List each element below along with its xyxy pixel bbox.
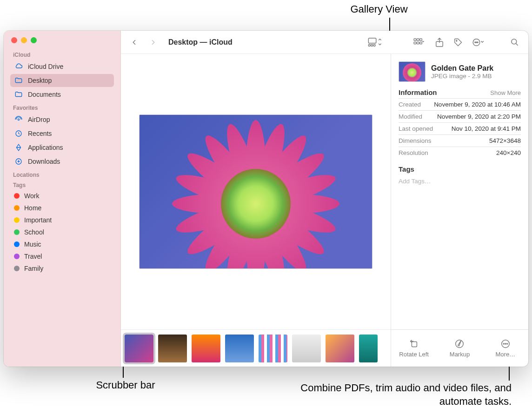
svg-point-16 xyxy=(475,42,476,43)
info-key: Created xyxy=(399,101,421,108)
sidebar-section-tags: Tags xyxy=(13,182,114,188)
sidebar-tag-music[interactable]: Music xyxy=(10,239,114,250)
svg-rect-12 xyxy=(420,42,422,44)
svg-point-17 xyxy=(476,42,477,43)
sidebar-tag-travel[interactable]: Travel xyxy=(10,251,114,262)
tag-dot xyxy=(14,241,20,247)
folder-icon xyxy=(14,76,23,85)
back-button[interactable] xyxy=(128,36,140,48)
sidebar-tag-work[interactable]: Work xyxy=(10,190,114,201)
sidebar-item-recents[interactable]: Recents xyxy=(10,127,114,140)
sidebar-item-label: Music xyxy=(24,241,41,248)
close-button[interactable] xyxy=(11,37,17,43)
apps-icon xyxy=(14,143,23,152)
thumbnail[interactable] xyxy=(359,335,378,362)
info-row-resolution: Resolution240×240 xyxy=(399,147,521,159)
sidebar-item-label: Travel xyxy=(24,253,42,260)
search-button[interactable] xyxy=(509,36,521,48)
svg-rect-7 xyxy=(414,38,416,40)
sidebar-tag-home[interactable]: Home xyxy=(10,202,114,214)
tag-dot xyxy=(14,193,20,199)
info-value: 240×240 xyxy=(496,149,521,156)
tags-section-header: Tags xyxy=(399,165,521,173)
more-icon xyxy=(500,339,511,349)
svg-point-23 xyxy=(503,343,504,344)
toolbar: Desktop — iCloud xyxy=(121,31,528,54)
sidebar-tag-family[interactable]: Family xyxy=(10,263,114,274)
show-more-button[interactable]: Show More xyxy=(490,89,521,96)
svg-point-24 xyxy=(505,343,506,344)
sidebar: iCloud iCloud Drive Desktop Documents Fa… xyxy=(4,31,121,367)
download-icon xyxy=(14,157,23,166)
action-label: Rotate Left xyxy=(399,351,429,358)
info-value: November 9, 2020 at 10:46 AM xyxy=(434,101,521,108)
share-button[interactable] xyxy=(433,36,446,48)
finder-window: iCloud iCloud Drive Desktop Documents Fa… xyxy=(4,31,528,367)
info-section-header: Information Show More xyxy=(399,88,521,96)
preview-area xyxy=(121,54,391,329)
sidebar-item-label: Downloads xyxy=(28,158,60,165)
rotate-left-button[interactable]: Rotate Left xyxy=(395,339,432,358)
info-key: Dimensions xyxy=(399,137,432,144)
tag-dot xyxy=(14,266,20,271)
tag-dot xyxy=(14,205,20,211)
minimize-button[interactable] xyxy=(21,37,27,43)
group-button[interactable] xyxy=(411,36,427,48)
info-key: Modified xyxy=(399,113,422,120)
zoom-button[interactable] xyxy=(31,37,37,43)
action-label: Markup xyxy=(450,351,470,358)
callout-line xyxy=(123,365,124,378)
tags-input[interactable]: Add Tags… xyxy=(399,175,521,185)
sidebar-item-downloads[interactable]: Downloads xyxy=(10,155,114,168)
thumbnail[interactable] xyxy=(326,335,354,362)
thumbnail[interactable] xyxy=(192,335,220,362)
svg-point-22 xyxy=(502,340,510,348)
sidebar-tag-school[interactable]: School xyxy=(10,227,114,238)
markup-button[interactable]: Markup xyxy=(441,339,478,358)
file-title: Golden Gate Park xyxy=(431,64,493,73)
svg-point-0 xyxy=(18,119,19,120)
gallery-view-button[interactable] xyxy=(366,36,384,48)
tag-dot xyxy=(14,254,20,259)
sidebar-tag-important[interactable]: Important xyxy=(10,214,114,226)
sidebar-item-airdrop[interactable]: AirDrop xyxy=(10,113,114,126)
info-header: Golden Gate Park JPEG image - 2.9 MB xyxy=(399,61,521,82)
sidebar-item-label: Family xyxy=(24,265,43,272)
thumbnail[interactable] xyxy=(259,335,287,362)
info-row-created: CreatedNovember 9, 2020 at 10:46 AM xyxy=(399,98,521,110)
thumbnail[interactable] xyxy=(158,335,187,362)
sidebar-section-locations: Locations xyxy=(13,172,114,178)
thumbnail[interactable] xyxy=(125,335,153,362)
window-controls xyxy=(10,35,114,48)
tag-dot xyxy=(14,229,20,235)
preview-image[interactable] xyxy=(139,114,372,269)
svg-point-15 xyxy=(473,39,480,46)
folder-icon xyxy=(14,90,23,99)
callout-more: Combine PDFs, trim audio and video files… xyxy=(284,382,512,408)
info-row-last-opened: Last openedNov 10, 2020 at 9:41 PM xyxy=(399,122,521,134)
tags-label: Tags xyxy=(399,165,414,173)
action-button[interactable] xyxy=(471,36,486,48)
info-key: Last opened xyxy=(399,125,433,132)
sidebar-item-documents[interactable]: Documents xyxy=(10,88,114,101)
info-row-dimensions: Dimensions5472×3648 xyxy=(399,134,521,147)
thumbnail[interactable] xyxy=(225,335,254,362)
info-key: Resolution xyxy=(399,149,428,156)
content: Golden Gate Park JPEG image - 2.9 MB Inf… xyxy=(121,54,528,367)
sidebar-item-label: School xyxy=(24,228,44,236)
callout-scrubber: Scrubber bar xyxy=(74,379,177,392)
forward-button[interactable] xyxy=(147,36,159,48)
info-section-label: Information xyxy=(399,88,437,96)
sidebar-item-applications[interactable]: Applications xyxy=(10,141,114,154)
svg-rect-4 xyxy=(368,44,370,46)
sidebar-section-icloud: iCloud xyxy=(13,52,114,58)
svg-rect-20 xyxy=(412,341,417,347)
info-thumbnail xyxy=(399,61,426,82)
more-actions-button[interactable]: More… xyxy=(487,339,524,358)
sidebar-item-label: AirDrop xyxy=(28,116,50,123)
scrubber-bar[interactable] xyxy=(121,329,391,367)
thumbnail[interactable] xyxy=(292,335,321,362)
tags-button[interactable] xyxy=(452,36,464,48)
sidebar-item-desktop[interactable]: Desktop xyxy=(10,74,114,87)
sidebar-item-icloud-drive[interactable]: iCloud Drive xyxy=(10,60,114,73)
